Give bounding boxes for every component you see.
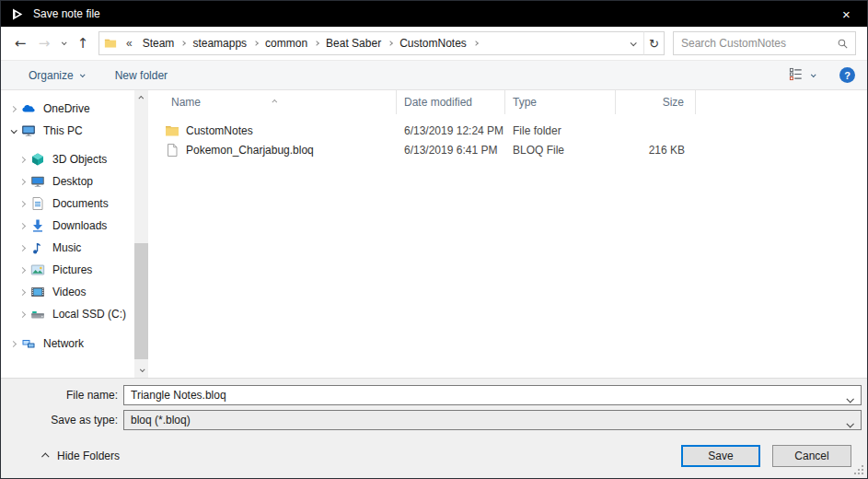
cancel-button[interactable]: Cancel: [772, 445, 851, 467]
sidebar-item-downloads[interactable]: Downloads: [1, 215, 134, 237]
chevron-down-icon[interactable]: [847, 392, 852, 405]
save-as-type-label: Save as type:: [1, 414, 123, 426]
file-name-text: Pokemon_Charjabug.bloq: [186, 144, 314, 157]
sidebar-item-3d-objects[interactable]: 3D Objects: [1, 148, 134, 170]
expand-chevron-icon[interactable]: [17, 246, 27, 251]
organize-button[interactable]: Organize: [29, 69, 84, 82]
expand-chevron-icon[interactable]: [17, 224, 27, 228]
column-header-date-modified[interactable]: Date modified: [397, 90, 505, 114]
sidebar-item-label: OneDrive: [43, 102, 90, 115]
new-folder-button[interactable]: New folder: [115, 69, 168, 82]
details-view-icon: [789, 67, 803, 84]
collapse-chevron-icon[interactable]: [8, 129, 17, 134]
expand-chevron-icon[interactable]: [17, 158, 27, 162]
breadcrumb-overflow[interactable]: «: [122, 37, 136, 50]
file-list: NameDate modifiedTypeSize CustomNotes6/1…: [148, 90, 867, 378]
breadcrumb-item-steam[interactable]: Steam: [136, 37, 181, 50]
column-header-type[interactable]: Type: [505, 90, 616, 114]
filename-section: File name: Save as type: bloq (*.bloq): [1, 378, 867, 434]
chevron-up-icon: [41, 452, 49, 460]
breadcrumb-item-customnotes[interactable]: CustomNotes: [393, 37, 473, 50]
expand-chevron-icon[interactable]: [17, 268, 27, 273]
sidebar-item-label: Local SSD (C:): [52, 308, 126, 321]
column-header-label: Name: [171, 96, 201, 109]
hide-folders-button[interactable]: Hide Folders: [43, 450, 120, 462]
breadcrumb-item-beat-saber[interactable]: Beat Saber: [319, 37, 388, 50]
window-title: Save note file: [33, 7, 100, 20]
sidebar-item-onedrive[interactable]: OneDrive: [1, 98, 134, 120]
command-bar: Organize New folder ?: [1, 60, 867, 90]
sidebar-item-videos[interactable]: Videos: [1, 281, 134, 303]
recent-locations-icon[interactable]: [56, 41, 71, 45]
expand-chevron-icon[interactable]: [17, 180, 27, 184]
file-row-customnotes[interactable]: CustomNotes6/13/2019 12:24 PMFile folder: [148, 121, 867, 140]
title-bar[interactable]: Save note file ×: [1, 1, 867, 27]
help-icon[interactable]: ?: [839, 67, 855, 83]
pictures-icon: [30, 263, 45, 277]
resize-grip[interactable]: [862, 473, 863, 474]
expand-chevron-icon[interactable]: [17, 290, 27, 295]
sort-ascending-icon: [273, 93, 277, 106]
sidebar-item-local-ssd-c[interactable]: Local SSD (C:): [1, 303, 134, 325]
forward-icon: →: [32, 35, 56, 52]
sidebar-item-label: Downloads: [52, 219, 107, 232]
drive-icon: [30, 307, 45, 321]
address-bar[interactable]: « SteamsteamappscommonBeat SaberCustomNo…: [98, 31, 644, 55]
column-header-size[interactable]: Size: [616, 90, 696, 114]
expand-chevron-icon[interactable]: [8, 107, 17, 111]
column-header-label: Size: [663, 96, 684, 109]
breadcrumb-item-common[interactable]: common: [259, 37, 314, 50]
breadcrumb-item-steamapps[interactable]: steamapps: [186, 37, 253, 50]
navigation-pane: OneDriveThis PC3D ObjectsDesktopDocument…: [1, 90, 134, 378]
column-header-name[interactable]: Name: [148, 90, 397, 114]
sidebar-scrollbar[interactable]: [134, 90, 148, 378]
music-icon: [30, 240, 45, 255]
network-icon: [21, 336, 36, 351]
expand-chevron-icon[interactable]: [17, 312, 27, 317]
bloq-file-icon: [165, 143, 179, 158]
save-as-type-select[interactable]: bloq (*.bloq): [123, 410, 862, 430]
videos-icon: [30, 285, 45, 299]
scroll-down-icon[interactable]: [134, 363, 148, 378]
address-dropdown-icon[interactable]: [621, 41, 643, 46]
save-button[interactable]: Save: [681, 445, 760, 467]
onedrive-icon: [21, 101, 36, 116]
sidebar-item-music[interactable]: Music: [1, 237, 134, 259]
sidebar-item-label: This PC: [43, 124, 83, 137]
column-header-label: Date modified: [404, 96, 472, 109]
chevron-down-icon: [811, 72, 816, 77]
up-icon[interactable]: ↑: [71, 35, 95, 52]
search-icon[interactable]: [837, 38, 849, 50]
refresh-icon[interactable]: ↻: [643, 31, 665, 55]
downloads-icon: [30, 218, 45, 233]
scroll-up-icon[interactable]: [134, 90, 148, 105]
sidebar-item-label: Music: [52, 241, 81, 254]
back-icon[interactable]: ←: [8, 35, 32, 52]
breadcrumb: SteamsteamappscommonBeat SaberCustomNote…: [136, 37, 479, 50]
dialog-footer: Hide Folders Save Cancel: [1, 434, 867, 478]
sidebar-item-label: 3D Objects: [52, 153, 107, 166]
file-row-pokemon-charjabug-bloq[interactable]: Pokemon_Charjabug.bloq6/13/2019 6:41 PMB…: [148, 140, 867, 159]
expand-chevron-icon[interactable]: [8, 342, 17, 346]
expand-chevron-icon[interactable]: [17, 202, 27, 206]
dialog-content: OneDriveThis PC3D ObjectsDesktopDocument…: [1, 90, 867, 378]
file-name-text: CustomNotes: [186, 124, 253, 137]
sidebar-item-network[interactable]: Network: [1, 333, 134, 355]
file-name-input[interactable]: [124, 389, 861, 402]
sidebar-item-this-pc[interactable]: This PC: [1, 120, 134, 142]
search-input[interactable]: [674, 37, 833, 50]
scrollbar-thumb[interactable]: [134, 243, 148, 359]
date-modified-text: 6/13/2019 12:24 PM: [397, 124, 505, 137]
sidebar-item-documents[interactable]: Documents: [1, 193, 134, 215]
3d-objects-icon: [30, 152, 45, 167]
change-view-button[interactable]: [789, 67, 815, 84]
file-name-combo: [123, 385, 862, 405]
breadcrumb-chevron-icon[interactable]: [473, 41, 479, 45]
unity-app-icon: [10, 7, 24, 21]
sidebar-item-desktop[interactable]: Desktop: [1, 170, 134, 193]
sidebar-item-label: Documents: [52, 197, 109, 210]
size-text: 216 KB: [616, 144, 696, 157]
sidebar-item-pictures[interactable]: Pictures: [1, 259, 134, 281]
close-icon[interactable]: ×: [826, 1, 867, 27]
column-header-label: Type: [513, 96, 537, 109]
